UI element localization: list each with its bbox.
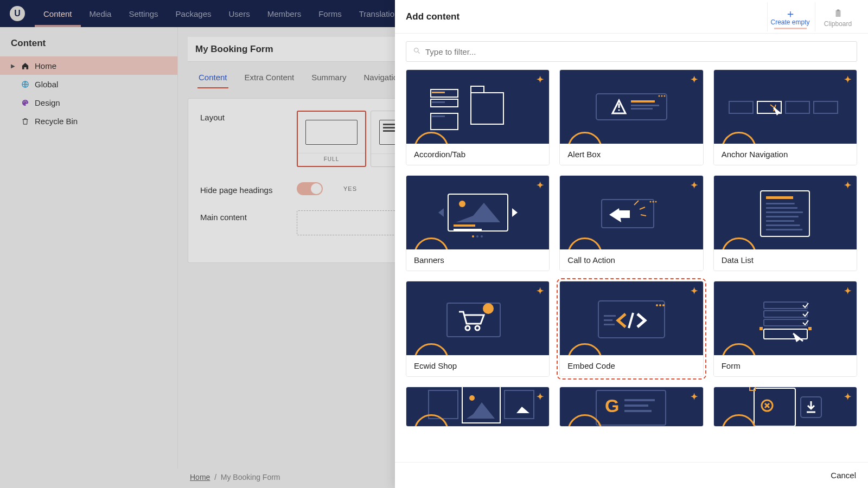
content-card-form[interactable]: ✦ Form xyxy=(713,281,857,377)
card-label: Alert Box xyxy=(560,144,703,165)
content-card-ecwid-shop[interactable]: ✦ Ecwid Shop xyxy=(406,281,550,377)
panel-search-input[interactable] xyxy=(425,47,850,56)
svg-rect-19 xyxy=(631,108,653,110)
svg-rect-14 xyxy=(596,94,667,120)
content-card-accordion-tab[interactable]: ✦ Accordion/Tab xyxy=(406,69,550,165)
svg-rect-67 xyxy=(808,327,812,330)
svg-rect-64 xyxy=(764,319,807,326)
card-label: Call to Action xyxy=(560,249,703,271)
svg-point-38 xyxy=(649,201,651,203)
svg-rect-25 xyxy=(786,101,809,113)
card-label: Accordion/Tab xyxy=(406,144,549,165)
svg-rect-63 xyxy=(764,311,807,317)
card-thumb: ✦ xyxy=(406,387,549,426)
card-thumb: ✦ xyxy=(406,176,549,249)
svg-rect-9 xyxy=(432,92,445,93)
card-label: Anchor Navigation xyxy=(714,144,857,165)
svg-rect-46 xyxy=(766,216,799,217)
panel-action-clipboard[interactable]: Clipboard xyxy=(815,2,860,31)
content-card-embed-code[interactable]: ✦ Embed Code xyxy=(559,281,703,377)
svg-marker-71 xyxy=(467,402,495,419)
svg-rect-62 xyxy=(764,302,807,309)
svg-text:G: G xyxy=(605,395,619,416)
svg-point-56 xyxy=(659,304,661,306)
card-thumb: ✦ xyxy=(714,176,857,249)
content-card-banners[interactable]: ✦ Banners xyxy=(406,175,550,271)
panel-action-label: Clipboard xyxy=(824,20,852,28)
card-thumb: ✦ G xyxy=(560,387,703,426)
card-label: Form xyxy=(714,355,857,376)
svg-rect-42 xyxy=(766,196,793,199)
plus-icon: ＋ xyxy=(785,7,796,18)
svg-rect-18 xyxy=(631,105,659,106)
svg-rect-60 xyxy=(604,319,612,321)
svg-point-57 xyxy=(662,304,665,306)
svg-rect-80 xyxy=(754,388,795,426)
content-card-partial[interactable]: ✦ G xyxy=(559,387,703,427)
svg-rect-37 xyxy=(619,210,630,218)
panel-search[interactable] xyxy=(406,41,857,62)
svg-rect-45 xyxy=(766,211,803,213)
panel-title: Add content xyxy=(406,11,459,22)
svg-point-55 xyxy=(656,304,658,306)
svg-rect-79 xyxy=(624,410,652,412)
card-thumb: ✦ xyxy=(406,70,549,144)
svg-marker-74 xyxy=(516,407,529,413)
svg-marker-27 xyxy=(774,108,780,115)
svg-rect-65 xyxy=(764,329,807,339)
content-card-call-to-action[interactable]: ✦ Call to Action xyxy=(559,175,703,271)
card-label: Ecwid Shop xyxy=(406,355,549,376)
card-thumb: ✦ xyxy=(560,281,703,355)
card-thumb: ✦ xyxy=(560,70,703,144)
svg-point-30 xyxy=(459,201,465,207)
card-label: Banners xyxy=(406,249,549,271)
clipboard-icon xyxy=(833,8,843,20)
card-thumb: ✦ xyxy=(406,281,549,355)
svg-point-21 xyxy=(661,95,662,97)
content-card-partial[interactable]: ✦ xyxy=(713,387,857,427)
svg-rect-78 xyxy=(624,404,648,407)
svg-line-58 xyxy=(629,313,633,328)
svg-rect-5 xyxy=(837,9,839,11)
svg-rect-47 xyxy=(766,220,794,222)
panel-action-label: Create empty xyxy=(770,18,809,26)
svg-rect-13 xyxy=(432,115,445,117)
svg-point-15 xyxy=(618,110,620,111)
content-card-anchor-navigation[interactable]: ✦ Anchor Navigation xyxy=(713,69,857,165)
svg-point-33 xyxy=(472,235,474,237)
card-thumb: ✦ xyxy=(560,176,703,249)
svg-rect-17 xyxy=(631,100,655,102)
svg-rect-4 xyxy=(835,10,840,17)
add-content-panel: Add content ＋Create emptyClipboard ✦ Acc… xyxy=(395,0,868,488)
svg-rect-48 xyxy=(766,224,800,226)
card-thumb: ✦ xyxy=(714,281,857,355)
svg-rect-31 xyxy=(454,224,475,227)
svg-point-34 xyxy=(476,235,478,237)
svg-point-20 xyxy=(658,95,660,97)
svg-rect-77 xyxy=(624,399,655,401)
cancel-button[interactable]: Cancel xyxy=(831,471,856,480)
svg-rect-11 xyxy=(432,101,445,103)
svg-point-40 xyxy=(655,201,656,203)
svg-line-7 xyxy=(418,52,419,53)
svg-rect-73 xyxy=(505,390,534,419)
content-card-alert-box[interactable]: ✦ Alert Box xyxy=(559,69,703,165)
card-thumb: ✦ xyxy=(714,387,857,426)
svg-point-39 xyxy=(652,201,654,203)
svg-point-72 xyxy=(469,395,475,401)
svg-rect-61 xyxy=(604,324,615,325)
svg-point-6 xyxy=(414,48,419,52)
svg-point-35 xyxy=(481,235,483,237)
svg-point-22 xyxy=(663,95,665,97)
content-card-partial[interactable]: ✦ xyxy=(406,387,550,427)
svg-point-53 xyxy=(483,303,494,314)
svg-rect-26 xyxy=(814,101,838,113)
svg-rect-49 xyxy=(766,229,802,230)
svg-rect-23 xyxy=(729,101,753,113)
search-icon xyxy=(413,47,421,57)
card-thumb: ✦ xyxy=(714,70,857,144)
content-card-data-list[interactable]: ✦ Data List xyxy=(713,175,857,271)
card-label: Embed Code xyxy=(560,355,703,376)
svg-rect-66 xyxy=(760,327,763,330)
panel-action-create-empty[interactable]: ＋Create empty xyxy=(767,2,813,31)
